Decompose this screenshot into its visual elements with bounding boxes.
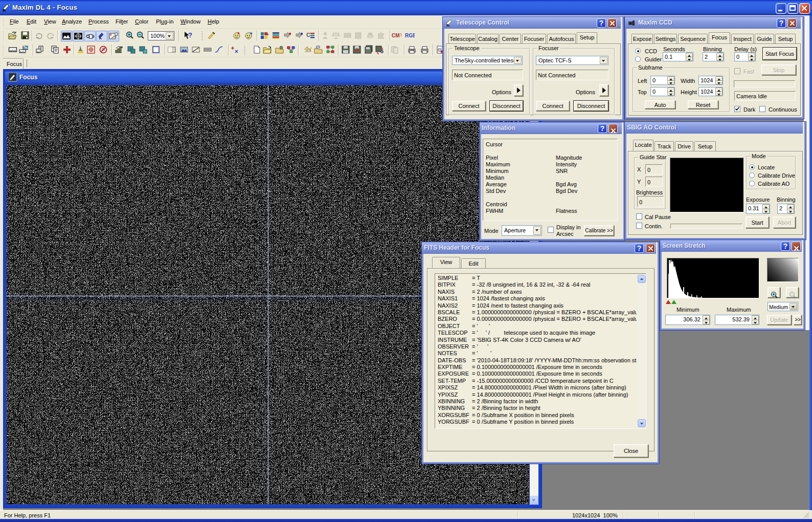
svg-text:RGB: RGB: [405, 33, 415, 38]
svg-text:?: ?: [188, 31, 192, 39]
svg-text:CM: CM: [392, 33, 400, 38]
svg-text:C: C: [306, 32, 310, 38]
svg-text:y: y: [400, 32, 401, 36]
